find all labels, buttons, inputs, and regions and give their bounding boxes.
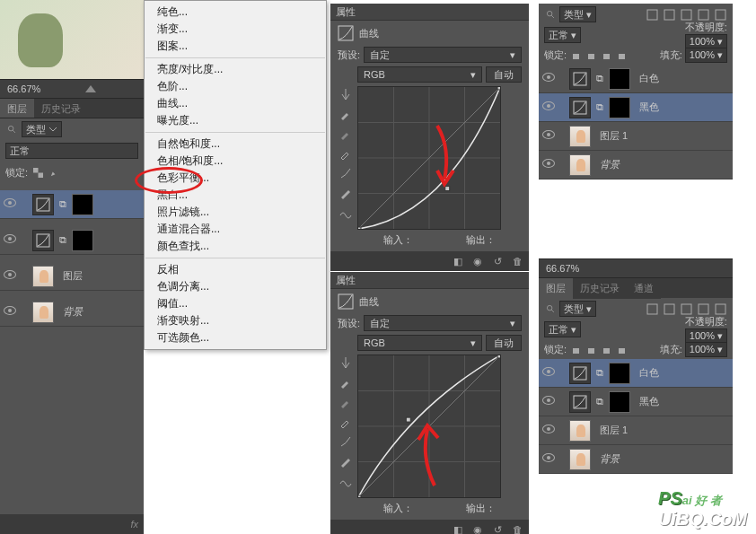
clip-icon[interactable]: ◧ bbox=[452, 255, 464, 267]
menu-item[interactable]: 色相/饱和度... bbox=[145, 153, 326, 170]
smooth-icon[interactable] bbox=[338, 473, 354, 489]
auto-button[interactable]: 自动 bbox=[486, 66, 522, 83]
layer-row[interactable]: ⧉ bbox=[0, 226, 144, 255]
smart-icon[interactable] bbox=[713, 7, 727, 22]
menu-item[interactable]: 阈值... bbox=[145, 295, 326, 312]
menu-item[interactable]: 纯色... bbox=[145, 4, 326, 21]
menu-item[interactable]: 渐变映射... bbox=[145, 312, 326, 329]
curve-edit-icon[interactable] bbox=[338, 165, 354, 181]
layer-row[interactable]: 背景 bbox=[0, 298, 144, 327]
layer-row[interactable]: 图层 bbox=[0, 262, 144, 291]
sampler-icon[interactable] bbox=[338, 355, 354, 371]
menu-item[interactable]: 反相 bbox=[145, 261, 326, 278]
menu-item[interactable]: 照片滤镜... bbox=[145, 204, 326, 221]
menu-item[interactable]: 色彩平衡... bbox=[145, 170, 326, 187]
reset-icon[interactable]: ↺ bbox=[491, 255, 504, 267]
clip-icon[interactable]: ◧ bbox=[452, 523, 464, 534]
lock-all-icon[interactable] bbox=[615, 343, 628, 355]
layer-row[interactable]: ⧉白色 bbox=[539, 65, 733, 93]
menu-item[interactable]: 黑白... bbox=[145, 187, 326, 204]
eyedropper-black-icon[interactable] bbox=[338, 106, 354, 122]
channel-dropdown[interactable]: RGB▾ bbox=[357, 335, 482, 351]
sampler-icon[interactable] bbox=[338, 86, 354, 102]
layer-row[interactable]: 图层 1 bbox=[539, 122, 733, 151]
auto-button[interactable]: 自动 bbox=[486, 335, 522, 351]
blend-mode-dropdown[interactable]: 正常 ▾ bbox=[544, 321, 581, 337]
eyedropper-gray-icon[interactable] bbox=[338, 394, 354, 410]
lock-all-icon[interactable] bbox=[615, 48, 628, 61]
filter-type-dropdown[interactable]: 类型 ▾ bbox=[559, 301, 596, 317]
lock-transparent-icon[interactable] bbox=[31, 166, 44, 179]
preset-dropdown[interactable]: 自定▾ bbox=[364, 47, 522, 63]
visibility-icon[interactable] bbox=[542, 130, 555, 143]
menu-item[interactable]: 色调分离... bbox=[145, 278, 326, 295]
lock-brush-icon[interactable] bbox=[585, 343, 597, 355]
menu-item[interactable]: 亮度/对比度... bbox=[145, 61, 326, 78]
shape-icon[interactable] bbox=[696, 302, 710, 316]
zoom-level[interactable]: 66.67% bbox=[7, 83, 40, 94]
preset-dropdown[interactable]: 自定▾ bbox=[364, 315, 522, 331]
lock-brush-icon[interactable] bbox=[585, 48, 597, 61]
smooth-icon[interactable] bbox=[338, 205, 354, 221]
menu-item[interactable]: 色阶... bbox=[145, 78, 326, 95]
trash-icon[interactable]: 🗑 bbox=[511, 523, 523, 534]
filter-type-dropdown[interactable]: 类型 bbox=[22, 121, 62, 137]
tab[interactable]: 图层 bbox=[539, 278, 573, 299]
menu-item[interactable]: 曲线... bbox=[145, 95, 326, 112]
menu-item[interactable]: 自然饱和度... bbox=[145, 136, 326, 153]
blend-mode-dropdown[interactable]: 正常 bbox=[5, 143, 138, 159]
adjust-icon[interactable] bbox=[662, 302, 676, 316]
text-icon[interactable] bbox=[679, 7, 693, 22]
lock-move-icon[interactable] bbox=[600, 343, 612, 355]
layer-row[interactable]: 背景 bbox=[539, 445, 733, 474]
visibility-icon[interactable] bbox=[542, 453, 555, 466]
lock-transparent-icon[interactable] bbox=[569, 343, 582, 355]
eyedropper-black-icon[interactable] bbox=[338, 374, 354, 390]
tab[interactable]: 历史记录 bbox=[573, 278, 627, 299]
lock-move-icon[interactable] bbox=[600, 48, 612, 61]
visibility-icon[interactable] bbox=[542, 73, 555, 85]
menu-item[interactable]: 可选颜色... bbox=[145, 329, 326, 346]
visibility-icon[interactable] bbox=[4, 306, 16, 319]
menu-item[interactable]: 曝光度... bbox=[145, 112, 326, 129]
menu-item[interactable]: 渐变... bbox=[145, 21, 326, 38]
fx-icon[interactable]: fx bbox=[130, 519, 138, 530]
visibility-icon[interactable] bbox=[542, 367, 555, 380]
visibility-icon[interactable] bbox=[4, 198, 16, 211]
visibility-icon[interactable] bbox=[4, 270, 16, 283]
view-icon[interactable]: ◉ bbox=[471, 255, 484, 267]
menu-item[interactable]: 通道混合器... bbox=[145, 221, 326, 238]
eyedropper-white-icon[interactable] bbox=[338, 414, 354, 430]
visibility-icon[interactable] bbox=[542, 159, 555, 171]
layer-row[interactable]: ⧉白色 bbox=[539, 359, 733, 388]
properties-tab[interactable]: 属性 bbox=[336, 5, 356, 19]
layer-row[interactable]: ⧉黑色 bbox=[539, 93, 733, 122]
visibility-icon[interactable] bbox=[542, 396, 555, 408]
layer-row[interactable]: ⧉ bbox=[0, 190, 144, 219]
channel-dropdown[interactable]: RGB▾ bbox=[357, 66, 482, 83]
trash-icon[interactable]: 🗑 bbox=[511, 255, 523, 267]
smart-icon[interactable] bbox=[713, 302, 727, 316]
lock-brush-icon[interactable] bbox=[48, 166, 60, 179]
eyedropper-white-icon[interactable] bbox=[338, 145, 354, 162]
shape-icon[interactable] bbox=[696, 7, 710, 22]
tab[interactable]: 通道 bbox=[627, 278, 661, 299]
menu-item[interactable]: 图案... bbox=[145, 38, 326, 55]
layer-row[interactable]: 背景 bbox=[539, 151, 733, 179]
zoom-slider-icon[interactable] bbox=[85, 85, 96, 92]
image-icon[interactable] bbox=[645, 302, 659, 316]
tab-layers[interactable]: 图层 bbox=[0, 99, 34, 118]
blend-mode-dropdown[interactable]: 正常 ▾ bbox=[544, 27, 581, 43]
reset-icon[interactable]: ↺ bbox=[491, 523, 504, 534]
curve-edit-icon[interactable] bbox=[338, 433, 354, 450]
pencil-icon[interactable] bbox=[338, 185, 354, 201]
visibility-icon[interactable] bbox=[542, 101, 555, 114]
layer-row[interactable]: ⧉黑色 bbox=[539, 388, 733, 416]
menu-item[interactable]: 颜色查找... bbox=[145, 238, 326, 255]
curves-graph[interactable] bbox=[357, 86, 501, 230]
pencil-icon[interactable] bbox=[338, 453, 354, 469]
lock-transparent-icon[interactable] bbox=[569, 48, 582, 61]
curves-graph[interactable] bbox=[357, 355, 501, 498]
layer-row[interactable]: 图层 1 bbox=[539, 416, 733, 445]
fill-value[interactable]: 100% ▾ bbox=[685, 342, 727, 357]
